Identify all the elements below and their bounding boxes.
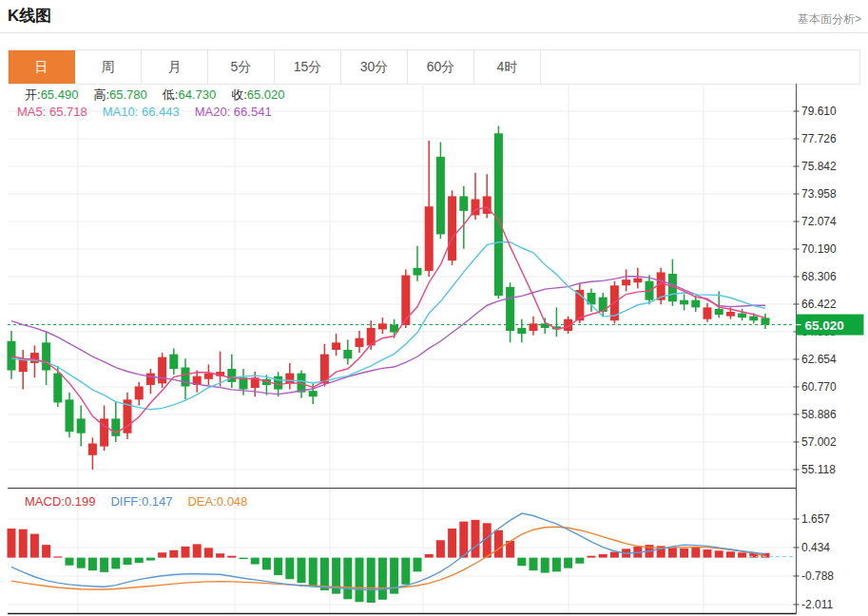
ma-legend-ma5: MA5: 65.718 (17, 105, 87, 119)
svg-text:-2.011: -2.011 (801, 598, 833, 611)
ma-legend-ma20: MA20: 66.541 (195, 105, 272, 119)
ma5-line (11, 207, 765, 433)
ohlc-close: 收:65.020 (231, 87, 284, 102)
svg-text:55.118: 55.118 (801, 463, 836, 476)
svg-text:65.020: 65.020 (805, 318, 844, 333)
macd-legend-diff: DIFF:0.147 (110, 494, 172, 509)
svg-text:0.434: 0.434 (801, 541, 830, 554)
svg-text:-0.788: -0.788 (801, 569, 834, 583)
ma-readout: MA5: 65.718MA10: 66.443MA20: 66.541 (17, 105, 287, 119)
svg-text:75.842: 75.842 (801, 160, 837, 173)
svg-text:79.610: 79.610 (801, 105, 837, 118)
price-axis-labels: 79.61077.72675.84273.95872.07470.19068.3… (794, 105, 838, 611)
svg-text:57.002: 57.002 (801, 435, 837, 449)
ohlc-open: 开:65.490 (25, 87, 78, 102)
ohlc-readout: 开:65.490高:65.780低:64.730收:65.020 (25, 87, 300, 104)
ma10-line (11, 242, 765, 410)
macd-legend-dea: DEA:0.048 (187, 494, 247, 509)
svg-text:73.958: 73.958 (801, 187, 837, 201)
svg-text:70.190: 70.190 (801, 242, 837, 256)
svg-text:58.886: 58.886 (801, 408, 837, 421)
current-price-label: 65.020 (797, 315, 864, 336)
macd-readout: MACD:0.199DIFF:0.147DEA:0.048 (25, 494, 262, 509)
svg-text:77.726: 77.726 (801, 132, 837, 145)
macd-histogram (8, 520, 770, 603)
svg-text:68.306: 68.306 (801, 270, 837, 283)
kline-page: { "header": { "title": "K线图", "link": "基… (0, 0, 868, 616)
svg-text:60.770: 60.770 (801, 380, 837, 394)
candles-layer (8, 126, 770, 470)
svg-text:1.657: 1.657 (801, 512, 830, 526)
ohlc-low: 低:64.730 (163, 87, 216, 102)
macd-legend-macd: MACD:0.199 (25, 494, 95, 509)
ma-legend-ma10: MA10: 66.443 (103, 105, 180, 119)
ohlc-high: 高:65.780 (93, 87, 146, 102)
svg-text:62.654: 62.654 (801, 353, 837, 366)
svg-text:72.074: 72.074 (801, 215, 837, 228)
svg-text:66.422: 66.422 (801, 298, 837, 311)
